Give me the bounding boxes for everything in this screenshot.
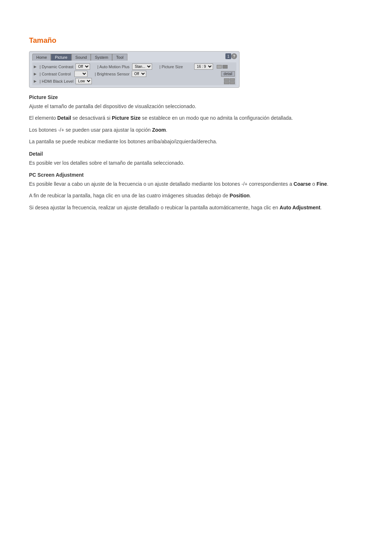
auto-motion-plus-select[interactable]: Stan... bbox=[132, 63, 152, 70]
tv-nav: Home Picture Sound System Tool 1 ? bbox=[32, 54, 236, 61]
hdmi-black-level-select[interactable]: Low bbox=[75, 78, 92, 84]
tab-sound[interactable]: Sound bbox=[72, 54, 91, 61]
tab-picture[interactable]: Picture bbox=[51, 54, 71, 61]
page-title: Tamaño bbox=[29, 36, 363, 45]
help-button[interactable]: ? bbox=[231, 53, 237, 59]
tv-row-2: ▶ | Contrast Control | Brightness Sensor… bbox=[34, 71, 235, 77]
tab-home[interactable]: Home bbox=[32, 54, 51, 61]
step-badge: 1 bbox=[225, 53, 231, 59]
tab-tool[interactable]: Tool bbox=[112, 54, 127, 61]
pc-screen-heading: PC Screen Adjustment bbox=[29, 172, 363, 178]
hdmi-black-level-label: | HDMI Black Level bbox=[40, 79, 73, 83]
row-arrow-3: ▶ bbox=[34, 79, 37, 83]
dynamic-contrast-select[interactable]: Off bbox=[75, 63, 90, 70]
contrast-control-label: | Contrast Control bbox=[40, 72, 72, 76]
auto-motion-plus-label: | Auto Motion Plus bbox=[97, 65, 130, 69]
tv-rows: ▶ | Dynamic Contrast Off | Auto Motion P… bbox=[32, 62, 236, 85]
text-8: Si desea ajustar la frecuencia, realizar… bbox=[29, 204, 363, 212]
brightness-sensor-label: | Brightness Sensor bbox=[95, 72, 130, 76]
row-arrow-1: ▶ bbox=[34, 65, 37, 69]
detail-heading: Detail bbox=[29, 151, 363, 157]
brightness-sensor-select[interactable]: Off bbox=[132, 71, 146, 77]
contrast-control-select[interactable] bbox=[74, 71, 87, 77]
picture-size-select[interactable]: 16 : 9 bbox=[194, 63, 213, 70]
text-6: Es posible llevar a cabo un ajuste de la… bbox=[29, 180, 363, 188]
dynamic-contrast-label: | Dynamic Contrast bbox=[40, 65, 73, 69]
tab-system[interactable]: System bbox=[91, 54, 112, 61]
text-7: A fin de reubicar la pantalla, haga clic… bbox=[29, 192, 363, 200]
row-arrow-2: ▶ bbox=[34, 72, 37, 76]
tv-row-1: ▶ | Dynamic Contrast Off | Auto Motion P… bbox=[34, 63, 235, 70]
picture-size-heading: Picture Size bbox=[29, 94, 363, 100]
picture-size-label: | Picture Size bbox=[159, 65, 192, 69]
tv-row-3: ▶ | HDMI Black Level Low bbox=[34, 78, 235, 84]
text-5: Es posible ver los detalles sobre el tam… bbox=[29, 159, 363, 167]
text-4: La pantalla se puede reubicar mediante l… bbox=[29, 138, 363, 145]
text-3: Los botones -/+ se pueden usar para ajus… bbox=[29, 126, 363, 134]
text-2: El elemento Detail se desactivará si Pic… bbox=[29, 114, 363, 122]
text-1: Ajuste el tamaño de pantalla del disposi… bbox=[29, 102, 363, 110]
tv-panel: Home Picture Sound System Tool 1 ? ▶ | D… bbox=[29, 51, 240, 88]
detail-button[interactable]: detail bbox=[221, 71, 235, 77]
